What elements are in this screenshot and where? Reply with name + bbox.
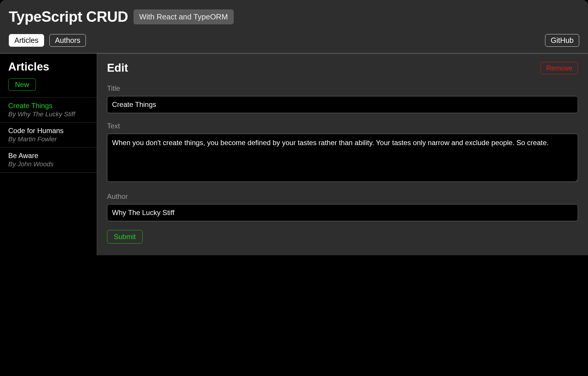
article-item-title: Be Aware [8,152,88,160]
title-label: Title [107,84,578,93]
article-item-be-aware[interactable]: Be Aware By John Woods [0,147,97,172]
text-label: Text [107,122,578,130]
article-item-author: By John Woods [8,160,88,168]
main-header: Edit Remove [107,62,578,74]
field-title: Title [107,84,578,113]
article-list: Create Things By Why The Lucky Stiff Cod… [0,97,97,172]
main-panel: Edit Remove Title Text Author Why The Lu… [97,53,588,255]
article-item-code-for-humans[interactable]: Code for Humans By Martin Fowler [0,122,97,147]
remove-button[interactable]: Remove [541,62,578,74]
article-item-author: By Martin Fowler [8,135,88,143]
article-item-create-things[interactable]: Create Things By Why The Lucky Stiff [0,98,97,122]
field-author: Author Why The Lucky Stiff [107,192,578,221]
nav-authors-button[interactable]: Authors [49,34,86,47]
author-label: Author [107,192,578,201]
title-row: TypeScript CRUD With React and TypeORM [9,8,579,25]
nav-github-button[interactable]: GitHub [545,34,579,47]
main-heading: Edit [107,62,128,74]
article-item-title: Code for Humans [8,127,88,135]
nav-row: Articles Authors GitHub [9,34,579,47]
sidebar: Articles New Create Things By Why The Lu… [0,53,97,255]
article-item-title: Create Things [8,102,88,110]
sidebar-title: Articles [0,61,97,78]
app-title: TypeScript CRUD [9,8,128,25]
new-article-button[interactable]: New [8,78,36,91]
text-textarea[interactable] [107,134,578,182]
nav-right: GitHub [545,34,579,47]
submit-button[interactable]: Submit [107,230,143,244]
nav-left: Articles Authors [9,34,86,47]
app-window: TypeScript CRUD With React and TypeORM A… [0,0,588,376]
title-input[interactable] [107,96,578,113]
article-item-author: By Why The Lucky Stiff [8,110,88,118]
author-select[interactable]: Why The Lucky Stiff [107,204,578,221]
header: TypeScript CRUD With React and TypeORM A… [0,0,588,53]
body: Articles New Create Things By Why The Lu… [0,53,588,255]
nav-articles-button[interactable]: Articles [9,34,44,47]
field-text: Text [107,122,578,184]
subtitle-pill: With React and TypeORM [133,9,234,24]
